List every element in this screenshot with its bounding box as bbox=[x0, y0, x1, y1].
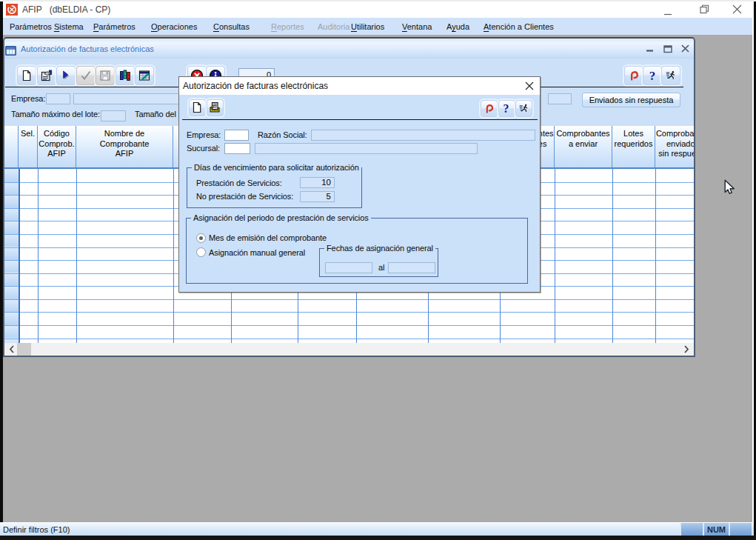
svg-text:?: ? bbox=[649, 70, 655, 81]
svg-text:?: ? bbox=[504, 103, 509, 114]
